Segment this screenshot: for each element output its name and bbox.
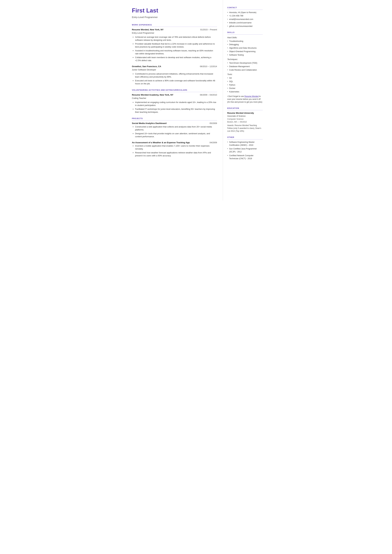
techniques-list: Test-Driven Development (TDD) Database M… [227, 62, 263, 71]
hard-skill-2: Algorithms and Data Structures [227, 47, 263, 49]
proj-bullet-1-0: Constructed a web application that colle… [135, 125, 217, 131]
education-header: EDUCATION [227, 107, 263, 110]
hard-skill-3: Object-Oriented Programming [227, 50, 263, 53]
project-header-2: An Assessment of a Weather & an Expense … [132, 141, 217, 144]
volunteer-company-1: Resume Worded Academy, New York, NY [132, 93, 174, 97]
tool-4: Kubernetes [227, 90, 263, 93]
tool-2: Python [227, 84, 263, 87]
job-header-1: Resume Worded, New York, NY 01/2015 – Pr… [132, 28, 217, 31]
volunteer-dates-1: 06/2009 – 04/2010 [200, 93, 217, 97]
project-block-2: An Assessment of a Weather & an Expense … [132, 141, 217, 157]
projects-header: PROJECTS [132, 117, 217, 121]
contact-header: CONTACT [227, 6, 263, 10]
resume-page: First Last Entry-Level Programmer WORK E… [125, 0, 267, 201]
tool-3: Docker [227, 87, 263, 90]
job-dates-1: 01/2015 – Present [200, 28, 217, 31]
volunteering-header: VOLUNTEERING ACTIVITIES AND EXTRACURRICU… [132, 89, 217, 92]
contact-item-4: github.com/resumeworded [227, 25, 263, 28]
techniques-label: Techniques: [227, 58, 263, 61]
project-date-2: 04/2009 [210, 141, 217, 144]
promo-prefix: • Don't forget to use [227, 95, 245, 98]
tools-label: Tools: [227, 73, 263, 76]
other-header: OTHER [227, 136, 263, 140]
project-date-1: 05/2009 [210, 122, 217, 125]
title: Entry-Level Programmer [132, 15, 217, 19]
project-bullets-1: Constructed a web application that colle… [132, 125, 217, 138]
project-block-1: Social Media Analytics Dashboard 05/2009… [132, 122, 217, 138]
other-list: Software Engineering Master Certificatio… [227, 141, 263, 160]
work-experience-header: WORK EXPERIENCE [132, 23, 217, 27]
contact-item-2: email@resumeworded.com [227, 18, 263, 21]
bullet-1-0: Achieved an average test coverage rate o… [135, 35, 217, 42]
job-dates-2: 06/2010 – 12/2014 [200, 65, 217, 68]
proj-bullet-2-1: Researched how weather forecast applicat… [135, 151, 217, 157]
contact-item-3: linkedin.com/in/username [227, 21, 263, 24]
edu-field-1: Computer Science [227, 118, 263, 121]
contact-item-0: Honolulu, HI (Open to Remote) [227, 11, 263, 14]
technique-0: Test-Driven Development (TDD) [227, 62, 263, 65]
job-bullets-2: Contributed to process advancement initi… [132, 72, 217, 85]
volunteer-header-1: Resume Worded Academy, New York, NY 06/2… [132, 93, 217, 97]
volunteer-block-1: Resume Worded Academy, New York, NY 06/2… [132, 93, 217, 114]
technique-2: Code Review and Collaboration [227, 69, 263, 71]
tool-0: Git [227, 77, 263, 80]
left-column: First Last Entry-Level Programmer WORK E… [125, 0, 223, 201]
volunteer-bullets-1: Implemented an engaging coding curriculu… [132, 101, 217, 114]
project-bullets-2: Invented a mobile application that enabl… [132, 144, 217, 157]
hard-skill-4: Software Testing [227, 54, 263, 56]
edu-degree-1: Associate of Science [227, 115, 263, 118]
job-header-2: Growthsi, San Francisco, CA 06/2010 – 12… [132, 65, 217, 68]
project-header-1: Social Media Analytics Dashboard 05/2009 [132, 122, 217, 125]
other-item-2: Certified Network Computer Technician (C… [227, 154, 263, 160]
vol-bullet-1-0: Implemented an engaging coding curriculu… [135, 101, 217, 107]
bullet-1-1: Provided valuable feedback that led to a… [135, 42, 217, 49]
job-bullets-1: Achieved an average test coverage rate o… [132, 35, 217, 62]
proj-bullet-1-1: Designed 10+ tools that provide insights… [135, 132, 217, 138]
other-item-1: Sun Certified Java Programmer (SCJP) - 2… [227, 147, 263, 153]
promo-link[interactable]: Resume Worded [244, 95, 259, 98]
job-block-2: Growthsi, San Francisco, CA 06/2010 – 12… [132, 65, 217, 85]
job-company-1: Resume Worded, New York, NY [132, 28, 164, 31]
project-title-1: Social Media Analytics Dashboard [132, 122, 167, 125]
bullet-1-3: Collaborated with team members to develo… [135, 56, 217, 62]
hard-skills-list: Troubleshooting Debugging Algorithms and… [227, 40, 263, 56]
bullet-1-2: Assisted in troubleshooting and resolvin… [135, 49, 217, 55]
contact-list: Honolulu, HI (Open to Remote) +1-234-456… [227, 11, 263, 28]
right-column: CONTACT Honolulu, HI (Open to Remote) +1… [223, 0, 267, 201]
hard-skill-1: Debugging [227, 43, 263, 46]
other-item-0: Software Engineering Master Certificatio… [227, 141, 263, 147]
vol-bullet-1-1: Facilitated IT workshops for junior-leve… [135, 108, 217, 114]
job-role-1: Entry-Level Programmer [132, 31, 217, 35]
project-title-2: An Assessment of a Weather & an Expense … [132, 141, 190, 144]
tools-list: Git SQL Python Docker Kubernetes [227, 77, 263, 93]
bullet-2-0: Contributed to process advancement initi… [135, 72, 217, 78]
skills-header: SKILLS [227, 31, 263, 35]
name: First Last [132, 6, 217, 15]
contact-item-1: +1-234-456-789 [227, 14, 263, 17]
edu-awards-1: Awards: Resume Worded Teaching Fellow (o… [227, 124, 263, 133]
hard-skills-label: Hard Skills: [227, 36, 263, 39]
job-company-2: Growthsi, San Francisco, CA [132, 65, 161, 68]
edu-location-1: Boston, MA — 05/2010 [227, 120, 263, 123]
job-role-2: Junior Software Developer [132, 68, 217, 71]
job-block-1: Resume Worded, New York, NY 01/2015 – Pr… [132, 28, 217, 62]
proj-bullet-2-0: Invented a mobile application that enabl… [135, 144, 217, 150]
technique-1: Database Management [227, 65, 263, 68]
hard-skill-0: Troubleshooting [227, 40, 263, 43]
edu-school-1: Resume Worded University [227, 112, 263, 115]
edu-block-1: Resume Worded University Associate of Sc… [227, 112, 263, 133]
promo-text: • Don't forget to use Resume Worded to s… [227, 95, 263, 104]
tool-1: SQL [227, 80, 263, 83]
bullet-2-1: Executed unit tests to achieve a 90% cod… [135, 79, 217, 85]
volunteer-role-1: Coding Teacher [132, 97, 217, 100]
